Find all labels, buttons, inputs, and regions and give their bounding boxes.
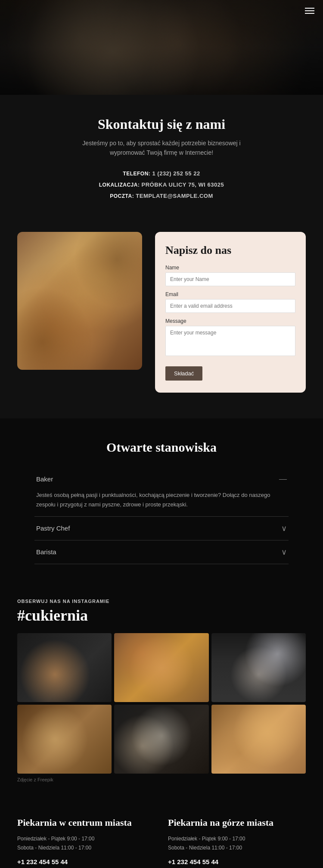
location-center-phone: +1 232 454 55 44	[17, 858, 155, 865]
location-upper-hours: Poniedziałek - Piątek 9:00 - 17:00 Sobot…	[168, 834, 306, 853]
location-center-name: Piekarnia w centrum miasta	[17, 817, 155, 829]
email-label: Email	[165, 291, 295, 297]
job-expand-icon-pastry: ∨	[281, 524, 287, 533]
instagram-photo-1	[17, 633, 112, 702]
name-group: Name	[165, 265, 295, 286]
job-header-baker[interactable]: Baker —	[34, 468, 289, 490]
email-line: POCZTA: TEMPLATE@SAMPLE.COM	[34, 190, 289, 202]
job-content-baker: Jesteś osobą pełną pasji i punktualności…	[34, 490, 289, 516]
location-center-hours: Poniedziałek - Piątek 9:00 - 17:00 Sobot…	[17, 834, 155, 853]
message-label: Message	[165, 318, 295, 324]
location-upper: Piekarnia na górze miasta Poniedziałek -…	[168, 817, 306, 865]
photo-grid	[17, 633, 306, 774]
job-expand-icon-barista: ∨	[281, 547, 287, 557]
instagram-photo-4	[17, 705, 112, 774]
freepik-credit: Zdjęcie z Freepik	[17, 777, 306, 782]
form-heading: Napisz do nas	[165, 244, 295, 257]
menu-icon[interactable]	[305, 6, 314, 16]
job-collapse-icon-baker: —	[279, 475, 287, 484]
job-description-baker: Jesteś osobą pełną pasji i punktualności…	[36, 490, 287, 509]
job-title-baker: Baker	[36, 475, 53, 483]
job-header-pastry[interactable]: Pastry Chef ∨	[34, 517, 289, 540]
message-group: Message	[165, 318, 295, 358]
instagram-photo-2	[114, 633, 208, 702]
bread-image	[17, 232, 142, 370]
location-line: LOKALIZACJA: PRÓBKA ULICY 75, WI 63025	[34, 179, 289, 190]
name-label: Name	[165, 265, 295, 271]
instagram-section: OBSERWUJ NAS NA INSTAGRAMIE #cukiernia Z…	[0, 581, 323, 804]
contact-details: TELEFON: 1 (232) 252 55 22 LOKALIZACJA: …	[34, 168, 289, 202]
contact-form: Name Email Message Składać	[165, 265, 295, 381]
instagram-tag: #cukiernia	[17, 606, 306, 624]
message-input[interactable]	[165, 326, 295, 356]
job-item-pastry: Pastry Chef ∨	[34, 517, 289, 540]
jobs-heading: Otwarte stanowiska	[34, 440, 289, 455]
job-header-barista[interactable]: Barista ∨	[34, 540, 289, 564]
location-upper-phone: +1 232 454 55 44	[168, 858, 306, 865]
location-center: Piekarnia w centrum miasta Poniedziałek …	[17, 817, 155, 865]
job-title-pastry: Pastry Chef	[36, 525, 70, 532]
hero-overlay	[0, 0, 323, 95]
email-group: Email	[165, 291, 295, 313]
form-section: Napisz do nas Name Email Message Składać	[0, 219, 323, 418]
name-input[interactable]	[165, 272, 295, 286]
location-upper-name: Piekarnia na górze miasta	[168, 817, 306, 829]
contact-heading: Skontaktuj się z nami	[34, 116, 289, 132]
job-item-baker: Baker — Jesteś osobą pełną pasji i punkt…	[34, 468, 289, 517]
jobs-section: Otwarte stanowiska Baker — Jesteś osobą …	[0, 418, 323, 581]
contact-section: Skontaktuj się z nami Jesteśmy po to, ab…	[0, 95, 323, 219]
job-title-barista: Barista	[36, 548, 56, 556]
instagram-label: OBSERWUJ NAS NA INSTAGRAMIE	[17, 599, 306, 604]
instagram-photo-5	[114, 705, 208, 774]
hero-section	[0, 0, 323, 95]
phone-line: TELEFON: 1 (232) 252 55 22	[34, 168, 289, 179]
email-input[interactable]	[165, 299, 295, 313]
instagram-photo-6	[211, 705, 306, 774]
instagram-photo-3	[211, 633, 306, 702]
contact-subtitle: Jesteśmy po to, aby sprostać każdej potr…	[34, 138, 289, 158]
contact-form-card: Napisz do nas Name Email Message Składać	[155, 232, 306, 393]
submit-button[interactable]: Składać	[165, 366, 202, 381]
job-item-barista: Barista ∨	[34, 540, 289, 564]
locations-section: Piekarnia w centrum miasta Poniedziałek …	[0, 804, 323, 868]
